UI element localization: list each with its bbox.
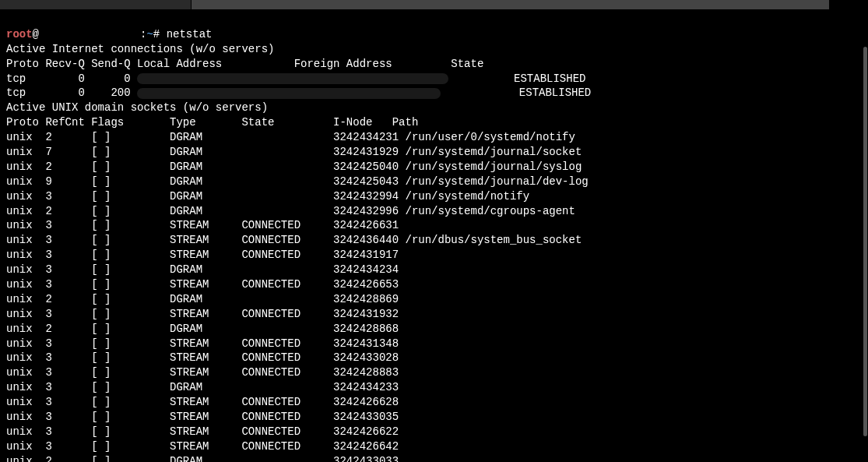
unix-row: unix 3 [ ] STREAM CONNECTED 3242436440 /…	[6, 233, 862, 248]
output-cols-unix: Proto RefCnt Flags Type State I-Node Pat…	[6, 116, 418, 129]
prompt-line: root@:~# netstat	[6, 28, 212, 41]
unix-row: unix 2 [ ] DGRAM 3242433033	[6, 454, 862, 462]
terminal-tab-active[interactable]	[192, 0, 829, 9]
unix-row: unix 3 [ ] STREAM CONNECTED 3242431932	[6, 307, 862, 322]
command-text: netstat	[167, 28, 213, 41]
unix-row: unix 3 [ ] STREAM CONNECTED 3242426622	[6, 425, 862, 439]
unix-row: unix 3 [ ] DGRAM 3242434233	[6, 380, 862, 395]
tcp-row-0: tcp 0 0 ESTABLISHED	[6, 72, 585, 85]
tcp-addr-redacted	[137, 88, 441, 99]
terminal-output[interactable]: root@:~# netstat Active Internet connect…	[6, 12, 862, 462]
terminal-tab-inactive[interactable]	[0, 0, 191, 9]
unix-row: unix 3 [ ] DGRAM 3242432994 /run/systemd…	[6, 189, 862, 204]
unix-row: unix 2 [ ] DGRAM 3242428868	[6, 322, 862, 337]
output-header-inet: Active Internet connections (w/o servers…	[6, 43, 274, 55]
prompt-user: root	[6, 28, 33, 41]
tcp-state: ESTABLISHED	[514, 72, 585, 85]
unix-row: unix 3 [ ] STREAM CONNECTED 3242426628	[6, 395, 862, 410]
output-cols-inet: Proto Recv-Q Send-Q Local Address Foreig…	[6, 58, 483, 70]
unix-row: unix 2 [ ] DGRAM 3242434231 /run/user/0/…	[6, 130, 862, 145]
unix-row: unix 2 [ ] DGRAM 3242428869	[6, 292, 862, 307]
tcp-row-1: tcp 0 200 ESTABLISHED	[6, 86, 591, 99]
tcp-row-prefix: tcp 0 0	[6, 72, 137, 85]
unix-row: unix 2 [ ] DGRAM 3242425040 /run/systemd…	[6, 160, 862, 175]
tcp-row-prefix: tcp 0 200	[6, 86, 137, 99]
tcp-addr-redacted	[137, 73, 448, 84]
scrollbar-thumb[interactable]	[863, 47, 867, 436]
space	[448, 72, 514, 85]
unix-row: unix 7 [ ] DGRAM 3242431929 /run/systemd…	[6, 145, 862, 160]
prompt-at: @	[33, 28, 39, 41]
prompt-path: ~	[146, 28, 153, 41]
unix-row: unix 3 [ ] STREAM CONNECTED 3242428883	[6, 365, 862, 380]
tcp-state: ESTABLISHED	[519, 86, 591, 99]
unix-rows-container: unix 2 [ ] DGRAM 3242434231 /run/user/0/…	[6, 130, 862, 462]
terminal-tab-bar	[0, 0, 868, 11]
unix-row: unix 3 [ ] STREAM CONNECTED 3242426642	[6, 439, 862, 454]
unix-row: unix 9 [ ] DGRAM 3242425043 /run/systemd…	[6, 175, 862, 189]
unix-row: unix 3 [ ] STREAM CONNECTED 3242433028	[6, 351, 862, 365]
output-header-unix: Active UNIX domain sockets (w/o servers)	[6, 101, 268, 114]
unix-row: unix 3 [ ] STREAM CONNECTED 3242433035	[6, 410, 862, 425]
unix-row: unix 3 [ ] STREAM CONNECTED 3242426653	[6, 277, 862, 292]
unix-row: unix 3 [ ] DGRAM 3242434234	[6, 263, 862, 277]
space	[441, 86, 519, 99]
prompt-host-redacted	[39, 29, 140, 40]
unix-row: unix 3 [ ] STREAM CONNECTED 3242431348	[6, 337, 862, 351]
unix-row: unix 3 [ ] STREAM CONNECTED 3242431917	[6, 248, 862, 263]
unix-row: unix 2 [ ] DGRAM 3242432996 /run/systemd…	[6, 204, 862, 219]
prompt-symbol: #	[153, 28, 167, 41]
unix-row: unix 3 [ ] STREAM CONNECTED 3242426631	[6, 218, 862, 233]
